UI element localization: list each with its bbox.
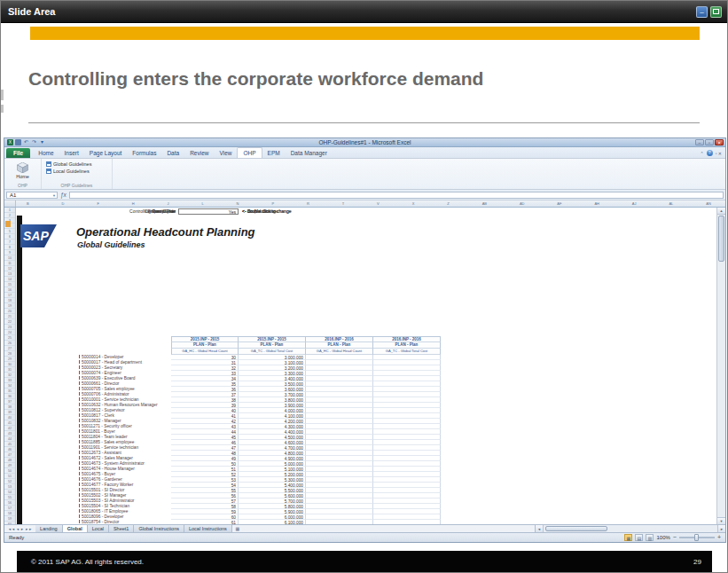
ribbon-tab[interactable]: Data xyxy=(161,148,184,158)
ribbon-tab[interactable]: Page Layout xyxy=(84,148,128,158)
window-controls: – ▫ ✕ xyxy=(695,139,724,145)
vertical-scrollbar[interactable]: ▲ ▼ xyxy=(716,208,725,524)
popout-window-icon[interactable] xyxy=(710,6,722,18)
qat-dropdown-icon[interactable]: ▾ xyxy=(39,139,45,145)
scroll-right-icon[interactable]: ► xyxy=(717,525,725,532)
column-letter[interactable]: J xyxy=(168,201,169,206)
excel-logo-icon[interactable]: X xyxy=(7,139,13,145)
sheet-tab[interactable]: Sheet1 xyxy=(109,525,134,532)
column-letter[interactable]: AN xyxy=(706,201,711,206)
column-letter[interactable]: Z xyxy=(447,201,449,206)
ribbon-tab[interactable]: Review xyxy=(184,148,214,158)
zoom-slider[interactable] xyxy=(679,537,715,538)
year-header-cell[interactable]: 2015.INP - 2015 xyxy=(239,336,306,342)
plan-header-cell[interactable]: PLAN - Plan xyxy=(373,342,441,349)
year-header-cell[interactable]: 2015.INP - 2015 xyxy=(171,336,239,342)
column-letter[interactable]: B xyxy=(27,201,29,206)
ribbon-tab[interactable]: EPM xyxy=(262,148,286,158)
row-gutter[interactable]: 1234567891011121314151617181920212223242… xyxy=(4,208,16,524)
scroll-up-icon[interactable]: ▲ xyxy=(717,208,725,215)
ribbon-tab[interactable]: Home xyxy=(33,148,59,158)
normal-view-button[interactable]: ▦ xyxy=(624,534,632,541)
fx-icon[interactable]: ƒx xyxy=(60,192,67,198)
year-header-cell[interactable]: 2016.INP - 2016 xyxy=(373,336,441,342)
column-letter[interactable]: AD xyxy=(520,201,525,206)
select-all-corner[interactable] xyxy=(4,200,16,207)
page-layout-view-button[interactable]: ▤ xyxy=(635,534,643,541)
window-close-button[interactable]: ✕ xyxy=(715,139,724,145)
member-header-cell[interactable]: GA_TC - Global Total Cost xyxy=(239,349,306,355)
guidelines-button[interactable]: Global Guidelines xyxy=(44,161,109,168)
horizontal-scroll-thumb[interactable] xyxy=(545,526,607,531)
ribbon-tabs: HomeInsertPage LayoutFormulasDataReviewV… xyxy=(33,147,333,158)
horizontal-scroll-track[interactable] xyxy=(544,525,717,532)
redo-icon[interactable]: ↷ xyxy=(31,139,37,145)
formula-input[interactable] xyxy=(69,192,724,199)
column-letter[interactable]: AH xyxy=(594,201,599,206)
sheet-tab[interactable]: Local Instructions xyxy=(184,525,232,532)
year-header-cell[interactable]: 2016.INP - 2016 xyxy=(306,336,373,342)
name-box[interactable]: A1▼ xyxy=(6,192,58,199)
ohp-home-button[interactable]: Home xyxy=(7,161,38,181)
header-row-plan: PLAN - PlanPLAN - PlanPLAN - PlanPLAN - … xyxy=(76,342,442,349)
save-icon[interactable] xyxy=(15,139,21,145)
table-body: 50000014 - Developer 30 3,000,000 500000… xyxy=(76,355,442,524)
vertical-scroll-thumb[interactable] xyxy=(718,216,724,262)
undo-icon[interactable]: ↶ xyxy=(23,139,29,145)
ribbon-tab[interactable]: Insert xyxy=(59,148,84,158)
column-letter[interactable]: L xyxy=(201,201,203,206)
member-header-cell[interactable]: GA_TC - Global Total Cost xyxy=(373,349,441,355)
sheet-tab[interactable]: Local xyxy=(88,525,109,532)
ribbon-tab[interactable]: Data Manager xyxy=(286,148,333,158)
column-letter[interactable]: H xyxy=(132,201,135,206)
insert-worksheet-icon[interactable]: ▦ xyxy=(232,525,243,532)
column-letter[interactable]: P xyxy=(271,201,274,206)
field-input[interactable]: Yes xyxy=(178,208,239,215)
page-break-view-button[interactable]: ▥ xyxy=(646,534,654,541)
zoom-slider-thumb[interactable] xyxy=(694,534,699,541)
member-header-cell[interactable]: GA_HC - Global Head Count xyxy=(171,349,239,355)
plan-header-cell[interactable]: PLAN - Plan xyxy=(239,342,306,349)
column-letter[interactable]: AB xyxy=(482,201,487,206)
zoom-out-icon[interactable]: − xyxy=(673,534,677,541)
sheet-tab[interactable]: Global Instructions xyxy=(134,525,184,532)
guidelines-button[interactable]: Local Guidelines xyxy=(44,168,109,175)
header-row-member: GA_HC - Global Head CountGA_TC - Global … xyxy=(76,349,442,355)
column-letter[interactable]: D xyxy=(62,201,65,206)
name-box-dropdown-icon[interactable]: ▼ xyxy=(52,192,57,198)
copyright-text: © 2011 SAP AG. All rights reserved. xyxy=(31,558,144,566)
tab-scroll-buttons[interactable]: ◄◄ ◄ ► ►► xyxy=(4,525,35,532)
zoom-in-icon[interactable]: + xyxy=(717,534,721,541)
column-letter[interactable]: T xyxy=(342,201,344,206)
plan-header-cell[interactable]: PLAN - Plan xyxy=(171,342,239,349)
column-letter[interactable]: X xyxy=(412,201,415,206)
window-minimize-button[interactable]: – xyxy=(695,139,704,145)
minimize-icon[interactable]: – xyxy=(696,6,708,18)
worksheet[interactable]: 1234567891011121314151617181920212223242… xyxy=(4,208,725,524)
column-letter[interactable]: AF xyxy=(557,201,561,206)
horizontal-scrollbar[interactable]: ◄ ► xyxy=(535,525,725,532)
ribbon-tab[interactable]: View xyxy=(214,148,237,158)
column-letter[interactable]: N xyxy=(237,201,239,206)
file-tab[interactable]: File xyxy=(6,148,30,158)
ribbon-tab[interactable]: OHP xyxy=(237,147,262,158)
column-letter[interactable]: AL xyxy=(669,201,673,206)
scroll-left-icon[interactable]: ◄ xyxy=(536,525,544,532)
scroll-down-icon[interactable]: ▼ xyxy=(717,517,725,524)
ribbon-tab[interactable]: Formulas xyxy=(127,148,161,158)
column-letter[interactable]: V xyxy=(377,201,380,206)
member-header-cell[interactable]: GA_HC - Global Head Count xyxy=(306,349,373,355)
sheet-tab[interactable]: Global xyxy=(63,525,88,532)
guideline-buttons: Global Guidelines Local Guidelines xyxy=(44,161,109,175)
column-letter[interactable]: R xyxy=(307,201,309,206)
help-icon[interactable]: ? xyxy=(707,150,713,156)
field-note: <- Drop down list xyxy=(242,208,276,214)
sheet-tab-bar: ◄◄ ◄ ► ►► LandingGlobalLocalSheet1Global… xyxy=(4,524,725,532)
column-letter[interactable]: F xyxy=(97,201,98,206)
window-restore-button[interactable]: ▫ xyxy=(705,139,714,145)
minimize-ribbon-icon[interactable]: ⌃ xyxy=(700,151,703,156)
sheet-tab[interactable]: Landing xyxy=(35,525,63,532)
plan-header-cell[interactable]: PLAN - Plan xyxy=(306,342,373,349)
slide-accent-bar xyxy=(30,27,700,40)
column-letter[interactable]: AJ xyxy=(632,201,637,206)
